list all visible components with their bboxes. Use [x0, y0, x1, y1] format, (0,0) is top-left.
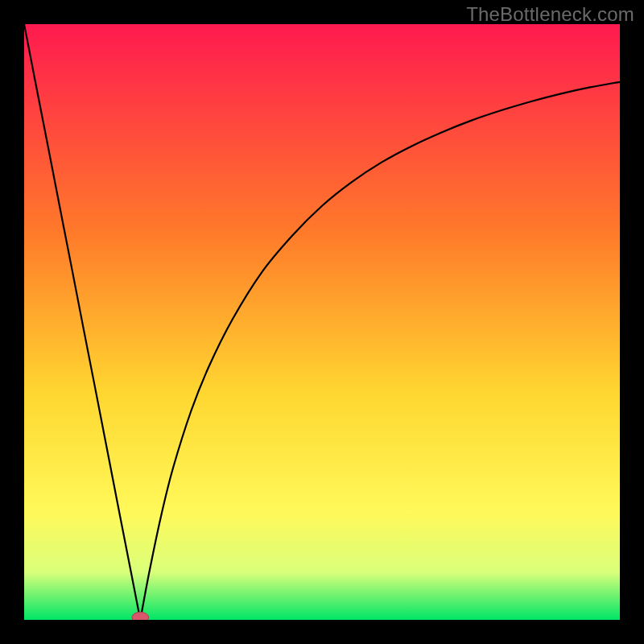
- plot-area: [24, 24, 620, 620]
- chart-frame: TheBottleneck.com: [0, 0, 644, 644]
- bottleneck-plot: [24, 24, 620, 620]
- optimal-marker: [132, 612, 149, 620]
- gradient-background: [24, 24, 620, 620]
- watermark-text: TheBottleneck.com: [466, 3, 634, 26]
